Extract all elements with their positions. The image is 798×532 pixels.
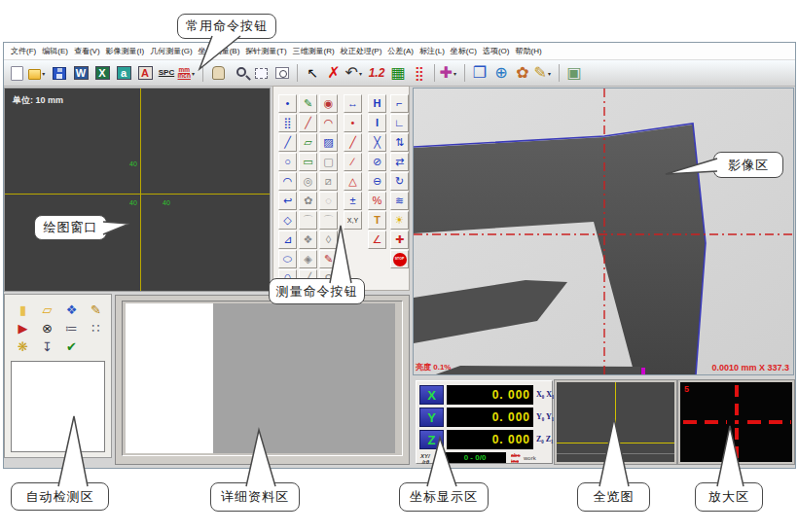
menu-12[interactable]: 选项(O) [480,46,513,56]
measure-rect-dash-button[interactable]: ▢ [319,153,338,171]
dro-zero-Z-button[interactable]: Z [419,430,444,449]
measure-gears-button[interactable]: ❖ [299,231,317,249]
menu-13[interactable]: 帮助(H) [512,46,544,56]
magnifier-panel[interactable]: 5 [678,380,794,464]
measure-elbow-button[interactable]: ⌒ [299,211,317,230]
dro-mode-icon[interactable]: XY/ /rθ [420,453,430,466]
mm-inch-dropdown[interactable]: ▾ [192,70,199,77]
measure-arc-grab-button[interactable]: ◠ [319,114,338,132]
number-display-button[interactable]: 1.2 [367,63,387,84]
measure-dot-red-button[interactable]: • [344,114,362,132]
model-3d-button[interactable]: ❖ [59,301,84,319]
open-file-button[interactable]: ▾ [28,63,49,84]
menu-4[interactable]: 几何测量(G) [147,46,196,56]
measure-swap-axis-button[interactable]: ⇄ [390,153,409,171]
measure-line-button[interactable]: ╱ [278,133,297,152]
measure-parallelogram-button[interactable]: ▱ [299,133,317,152]
export-word-button[interactable]: W [71,63,91,84]
export-excel-button[interactable]: X [92,63,113,84]
stop-run-button[interactable]: ⊗ [35,319,59,337]
export-pdf-button[interactable]: A [135,63,156,84]
measure-lamp-button[interactable]: ☀ [390,211,409,230]
menu-2[interactable]: 查看(V) [71,46,103,56]
save-button[interactable] [50,63,70,84]
measure-stop-button[interactable]: STOP [390,250,409,268]
folder-edit-dropdown[interactable]: ▾ [548,70,555,77]
detail-list[interactable] [126,303,213,453]
measure-cylinder-button[interactable]: ▭ [299,153,317,171]
measure-circle-dash-button[interactable]: ◌ [319,192,338,210]
detail-content[interactable] [213,303,395,453]
xyz-send-button[interactable]: ↧ [35,337,59,356]
menu-3[interactable]: 影像测量(I) [103,46,148,56]
measure-angle-shape-button[interactable]: ⊿ [278,231,297,249]
measure-move-stage-button[interactable]: ✚ [390,231,409,249]
measure-perpendicular-button[interactable]: ∟ [390,114,409,132]
measure-arc-dash-button[interactable]: ⌒ [319,211,338,230]
window-new-button[interactable]: ❐ [470,63,490,84]
measure-angle-meas-button[interactable]: ∠ [368,231,386,249]
delete-button[interactable]: ✗ [324,63,345,84]
menu-9[interactable]: 公差(A) [384,46,417,56]
measure-hatch-button[interactable]: ▨ [319,133,338,152]
measure-corner-button[interactable]: ⌐ [390,94,409,113]
measure-line-red-button[interactable]: ╱ [344,133,362,152]
measure-coords-xy-button[interactable]: X,Y [344,211,362,230]
tile-view-button[interactable]: ∷ [84,319,108,337]
measure-point-button[interactable]: • [278,94,297,113]
menu-6[interactable]: 探针测量(T) [242,46,289,56]
dro-labels-Z[interactable]: Z₀ Z₁ [536,430,556,449]
measure-halfline-button[interactable]: ∕ [344,153,362,171]
measure-swap-12-button[interactable]: ⇅ [390,133,409,152]
measure-gear-shape-button[interactable]: ✿ [299,192,317,210]
measure-ellipse-dash-button[interactable]: ◊ [319,231,338,249]
menu-0[interactable]: 文件(F) [8,46,39,56]
pan-hand-button[interactable] [208,63,229,84]
new-file-button[interactable] [7,63,27,84]
measure-ellipse-button[interactable]: ⬭ [278,250,297,268]
grid-green-button[interactable]: ▦ [388,63,409,84]
measure-diamond-button[interactable]: ◇ [278,211,297,230]
measure-curve-button[interactable]: ↩ [278,192,297,210]
dro-labels-Y[interactable]: Y₀ Y₁ [536,408,556,427]
target-cross-button[interactable]: ✚▾ [440,63,460,84]
lamp-detect-button[interactable]: ❋ [11,337,35,356]
image-tool-button[interactable]: ▣ [564,63,585,84]
undo-button[interactable]: ↶▾ [345,63,366,84]
tree-list-button[interactable]: ≔ [59,319,84,337]
measure-dist-I-button[interactable]: I [368,114,386,132]
dro-labels-X[interactable]: X₀ X₁ [536,385,556,405]
mm-inch-button[interactable]: mm inch▾ [178,63,199,84]
target-cross-dropdown[interactable]: ▾ [453,70,460,77]
dro-zero-Y-button[interactable]: Y [419,408,444,427]
measure-text-label-button[interactable]: T [368,211,386,230]
measure-ring-button[interactable]: ◎ [299,172,317,191]
menu-5[interactable]: 坐标测量(B) [196,46,243,56]
select-rect-button[interactable] [251,63,272,84]
measure-rotate-button[interactable]: ↻ [390,172,409,191]
menu-7[interactable]: 三维测量(R) [290,46,338,56]
edit-program-button[interactable]: ✎ [84,301,108,319]
measure-point-grid-button[interactable]: ⣿ [278,114,297,132]
menu-11[interactable]: 坐标(C) [448,46,480,56]
zoom-button[interactable] [230,63,250,84]
cursor-pick-button[interactable]: ↖ [303,63,323,84]
grid-red-button[interactable]: ⣿ [410,63,430,84]
export-a-button[interactable]: a [114,63,134,84]
measure-layers-button[interactable]: ≋ [390,192,409,210]
open-file-dropdown[interactable]: ▾ [42,70,48,77]
menu-10[interactable]: 标注(L) [417,46,448,56]
measure-diamond-fill-button[interactable]: ◈ [299,250,317,268]
measure-edit-point-button[interactable]: ✎ [299,94,317,113]
measure-slash-dash-button[interactable]: ⧄ [319,172,338,191]
run-button[interactable]: ▶ [11,319,35,337]
dro-zero-X-button[interactable]: X [419,385,444,405]
autodetect-list[interactable] [11,361,105,452]
spc-button[interactable]: SPC [157,63,177,84]
measure-focus-point-button[interactable]: ◉ [319,94,338,113]
measure-calc-button[interactable]: ± [344,192,362,210]
measure-circle-button[interactable]: ○ [278,153,297,171]
check-run-button[interactable]: ✔ [59,337,84,356]
dro-absinc-icon[interactable]: abs inc [511,452,520,464]
measure-circle-line-button[interactable]: ⊘ [368,153,386,171]
